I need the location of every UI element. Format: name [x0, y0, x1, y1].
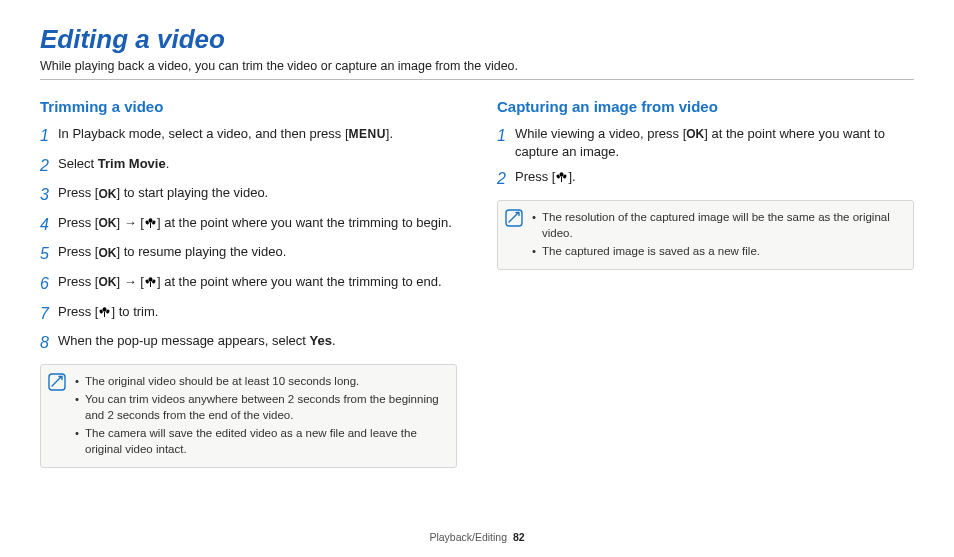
svg-point-4	[148, 277, 152, 281]
step-item: 1While viewing a video, press [OK] at th…	[497, 125, 914, 160]
step-number: 2	[40, 155, 58, 177]
menu-icon: MENU	[349, 126, 386, 142]
svg-rect-7	[150, 282, 151, 287]
macro-icon	[144, 276, 157, 288]
svg-point-8	[103, 307, 107, 311]
ok-icon: OK	[98, 215, 116, 231]
step-number: 3	[40, 184, 58, 206]
steps-list-right: 1While viewing a video, press [OK] at th…	[497, 125, 914, 190]
step-text: When the pop-up message appears, select …	[58, 332, 457, 350]
step-number: 8	[40, 332, 58, 354]
step-text: Press [OK] → [] at the point where you w…	[58, 273, 457, 291]
ok-icon: OK	[686, 126, 704, 142]
macro-icon	[144, 217, 157, 229]
step-item: 5Press [OK] to resume playing the video.	[40, 243, 457, 265]
page-subtitle: While playing back a video, you can trim…	[40, 59, 914, 80]
step-text: While viewing a video, press [OK] at the…	[515, 125, 914, 160]
note-icon	[498, 201, 530, 269]
svg-rect-3	[150, 223, 151, 228]
step-item: 8When the pop-up message appears, select…	[40, 332, 457, 354]
step-number: 1	[40, 125, 58, 147]
step-number: 5	[40, 243, 58, 265]
note-item: The camera will save the edited video as…	[75, 425, 446, 457]
note-item: The original video should be at least 10…	[75, 373, 446, 389]
step-number: 6	[40, 273, 58, 295]
step-text: Press [].	[515, 168, 914, 186]
note-item: The resolution of the captured image wil…	[532, 209, 903, 241]
steps-list-left: 1In Playback mode, select a video, and t…	[40, 125, 457, 354]
step-item: 2Press [].	[497, 168, 914, 190]
step-number: 7	[40, 303, 58, 325]
ok-icon: OK	[98, 245, 116, 261]
note-box-right: The resolution of the captured image wil…	[497, 200, 914, 270]
step-number: 1	[497, 125, 515, 147]
note-body-right: The resolution of the captured image wil…	[530, 201, 913, 269]
ok-icon: OK	[98, 186, 116, 202]
svg-point-0	[148, 218, 152, 222]
step-number: 2	[497, 168, 515, 190]
step-item: 4Press [OK] → [] at the point where you …	[40, 214, 457, 236]
step-text: Select Trim Movie.	[58, 155, 457, 173]
note-box-left: The original video should be at least 10…	[40, 364, 457, 468]
step-number: 4	[40, 214, 58, 236]
step-text: Press [] to trim.	[58, 303, 457, 321]
page-title: Editing a video	[40, 24, 914, 55]
note-item: The captured image is saved as a new fil…	[532, 243, 903, 259]
bold-text: Yes	[309, 333, 331, 348]
footer-section: Playback/Editing	[429, 531, 507, 543]
ok-icon: OK	[98, 274, 116, 290]
step-text: In Playback mode, select a video, and th…	[58, 125, 457, 143]
section-heading-trimming: Trimming a video	[40, 98, 457, 115]
svg-rect-16	[561, 177, 562, 182]
columns: Trimming a video 1In Playback mode, sele…	[40, 98, 914, 468]
right-column: Capturing an image from video 1While vie…	[497, 98, 914, 468]
note-body-left: The original video should be at least 10…	[73, 365, 456, 467]
page: Editing a video While playing back a vid…	[0, 0, 954, 478]
footer-page-number: 82	[513, 531, 525, 543]
page-footer: Playback/Editing 82	[0, 531, 954, 543]
bold-text: Trim Movie	[98, 156, 166, 171]
note-item: You can trim videos anywhere between 2 s…	[75, 391, 446, 423]
note-icon	[41, 365, 73, 467]
svg-point-13	[560, 173, 564, 177]
step-item: 6Press [OK] → [] at the point where you …	[40, 273, 457, 295]
step-item: 2Select Trim Movie.	[40, 155, 457, 177]
step-item: 3Press [OK] to start playing the video.	[40, 184, 457, 206]
left-column: Trimming a video 1In Playback mode, sele…	[40, 98, 457, 468]
macro-icon	[555, 171, 568, 183]
section-heading-capturing: Capturing an image from video	[497, 98, 914, 115]
step-item: 7Press [] to trim.	[40, 303, 457, 325]
svg-rect-11	[104, 312, 105, 317]
step-text: Press [OK] to start playing the video.	[58, 184, 457, 202]
step-text: Press [OK] to resume playing the video.	[58, 243, 457, 261]
macro-icon	[98, 306, 111, 318]
step-text: Press [OK] → [] at the point where you w…	[58, 214, 457, 232]
step-item: 1In Playback mode, select a video, and t…	[40, 125, 457, 147]
